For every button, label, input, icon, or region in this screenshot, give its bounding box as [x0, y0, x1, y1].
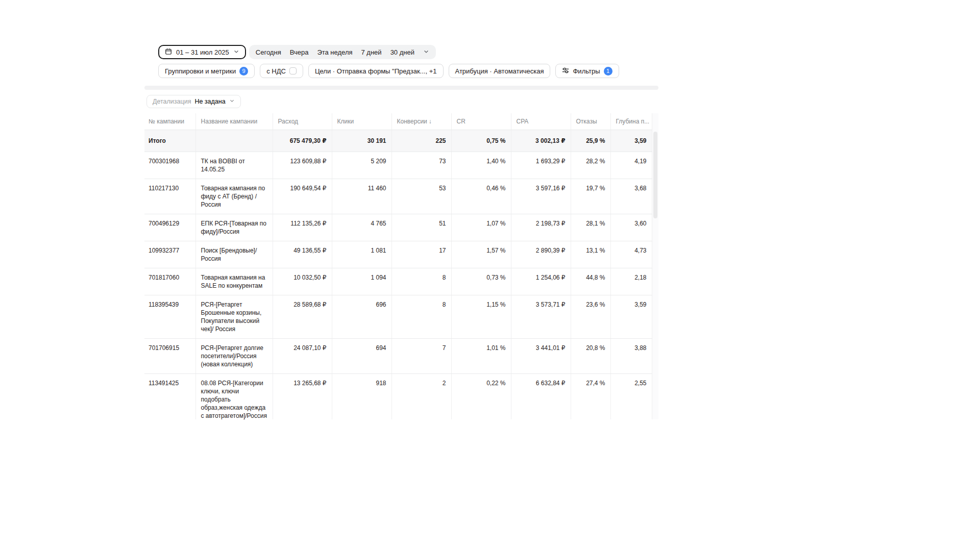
cost-cell: 123 609,88 ₽	[273, 152, 332, 179]
table-row[interactable]: 109932377 Поиск [Брендовые]/ Россия 49 1…	[144, 241, 652, 268]
preset-today[interactable]: Сегодня	[256, 48, 281, 56]
column-header-campaign-id[interactable]: № кампании	[144, 113, 195, 130]
groupings-metrics-chip[interactable]: Группировки и метрики 9	[158, 64, 255, 78]
column-header-clicks[interactable]: Клики	[332, 113, 391, 130]
conversions-cell: 2	[391, 374, 451, 420]
column-header-cr[interactable]: CR	[451, 113, 511, 130]
chevron-down-icon	[233, 48, 239, 56]
campaign-name-cell: Товарная кампания по фиду с АТ (Бренд) /…	[195, 179, 273, 214]
cpa-cell: 1 693,29 ₽	[511, 152, 571, 179]
campaign-id-cell: 118395439	[144, 295, 195, 339]
depth-cell: 3,59	[610, 130, 652, 152]
groupings-metrics-label: Группировки и метрики	[165, 67, 236, 75]
table-row[interactable]: 701817060 Товарная кампания на SALE по к…	[144, 268, 652, 295]
chips-scrollbar[interactable]	[144, 86, 658, 90]
campaign-id-cell: 701817060	[144, 268, 195, 295]
campaign-id-cell: 700301968	[144, 152, 195, 179]
cr-cell: 1,40 %	[451, 152, 511, 179]
conversions-cell: 17	[391, 241, 451, 268]
depth-cell: 4,19	[610, 152, 652, 179]
campaign-id-cell: 110217130	[144, 179, 195, 214]
campaign-name-cell: ТК на BOBBI от 14.05.25	[195, 152, 273, 179]
column-header-conversions[interactable]: Конверсии↓	[391, 113, 451, 130]
date-range-picker[interactable]: 01 – 31 июл 2025	[158, 45, 246, 59]
detalization-label: Детализация	[153, 98, 191, 105]
table-row[interactable]: 700301968 ТК на BOBBI от 14.05.25 123 60…	[144, 152, 652, 179]
detalization-selector[interactable]: Детализация Не задана	[146, 95, 241, 108]
bounce-cell: 44,8 %	[571, 268, 610, 295]
bounce-cell: 28,1 %	[571, 214, 610, 241]
table-total-row[interactable]: Итого 675 479,30 ₽ 30 191 225 0,75 % 3 0…	[144, 130, 652, 152]
campaigns-table-container: № кампании Название кампании Расход Клик…	[144, 113, 658, 419]
campaign-name-cell: Поиск [Брендовые]/ Россия	[195, 241, 273, 268]
preset-this-week[interactable]: Эта неделя	[317, 48, 352, 56]
cr-cell: 1,57 %	[451, 241, 511, 268]
cpa-cell: 3 573,71 ₽	[511, 295, 571, 339]
clicks-cell: 4 765	[332, 214, 391, 241]
campaign-id-cell: 109932377	[144, 241, 195, 268]
depth-cell: 2,55	[610, 374, 652, 420]
table-row[interactable]: 113491425 08.08 РСЯ-[Категории ключи, кл…	[144, 374, 652, 420]
cost-cell: 49 136,55 ₽	[273, 241, 332, 268]
cost-cell: 24 087,10 ₽	[273, 339, 332, 374]
date-toolbar: 01 – 31 июл 2025 Сегодня Вчера Эта недел…	[158, 45, 658, 59]
cost-cell: 28 589,68 ₽	[273, 295, 332, 339]
attribution-chip[interactable]: Атрибуция · Автоматическая	[449, 64, 551, 78]
clicks-cell: 11 460	[332, 179, 391, 214]
attribution-label: Атрибуция · Автоматическая	[455, 67, 544, 75]
clicks-cell: 1 094	[332, 268, 391, 295]
vertical-scrollbar-thumb[interactable]	[653, 132, 657, 218]
vertical-scrollbar[interactable]	[652, 113, 658, 419]
bounce-cell: 25,9 %	[571, 130, 610, 152]
cpa-cell: 3 441,01 ₽	[511, 339, 571, 374]
filters-count-badge: 1	[604, 67, 612, 76]
depth-cell: 3,60	[610, 214, 652, 241]
depth-cell: 3,59	[610, 295, 652, 339]
campaign-name-cell: ЕПК РСЯ-[Товарная по фиду]/Россия	[195, 214, 273, 241]
cr-cell: 1,01 %	[451, 339, 511, 374]
conversions-cell: 53	[391, 179, 451, 214]
preset-7-days[interactable]: 7 дней	[361, 48, 382, 56]
calendar-icon	[165, 48, 172, 57]
column-header-bounce[interactable]: Отказы	[571, 113, 610, 130]
clicks-cell: 918	[332, 374, 391, 420]
filters-chip[interactable]: Фильтры 1	[555, 64, 619, 78]
bounce-cell: 23,6 %	[571, 295, 610, 339]
cpa-cell: 1 254,06 ₽	[511, 268, 571, 295]
cr-cell: 1,07 %	[451, 214, 511, 241]
goals-chip[interactable]: Цели · Отправка формы "Предзак..., +1	[308, 64, 444, 78]
date-range-label: 01 – 31 июл 2025	[176, 48, 229, 56]
table-row[interactable]: 700496129 ЕПК РСЯ-[Товарная по фиду]/Рос…	[144, 214, 652, 241]
presets-more-button[interactable]	[423, 48, 429, 56]
bounce-cell: 19,7 %	[571, 179, 610, 214]
cpa-cell: 2 890,39 ₽	[511, 241, 571, 268]
vat-checkbox[interactable]	[289, 67, 297, 74]
clicks-cell: 696	[332, 295, 391, 339]
preset-yesterday[interactable]: Вчера	[290, 48, 309, 56]
date-presets-group: Сегодня Вчера Эта неделя 7 дней 30 дней	[249, 45, 436, 59]
bounce-cell: 13,1 %	[571, 241, 610, 268]
table-row[interactable]: 701706915 РСЯ-[Ретаргет долгие посетител…	[144, 339, 652, 374]
cpa-cell: 3 002,13 ₽	[511, 130, 571, 152]
chevron-down-icon	[229, 98, 235, 105]
cr-cell: 0,73 %	[451, 268, 511, 295]
clicks-cell: 694	[332, 339, 391, 374]
bounce-cell: 20,8 %	[571, 339, 610, 374]
campaign-name-cell: РСЯ-[Ретаргет долгие посетители]/Россия …	[195, 339, 273, 374]
table-row[interactable]: 118395439 РСЯ-[Ретаргет Брошенные корзин…	[144, 295, 652, 339]
column-header-cpa[interactable]: CPA	[511, 113, 571, 130]
column-header-cost[interactable]: Расход	[273, 113, 332, 130]
bounce-cell: 27,4 %	[571, 374, 610, 420]
campaign-id-cell: 701706915	[144, 339, 195, 374]
table-row[interactable]: 110217130 Товарная кампания по фиду с АТ…	[144, 179, 652, 214]
vat-chip[interactable]: с НДС	[260, 64, 303, 78]
depth-cell: 4,73	[610, 241, 652, 268]
campaign-id-cell: 700496129	[144, 214, 195, 241]
column-header-campaign-name[interactable]: Название кампании	[195, 113, 273, 130]
preset-30-days[interactable]: 30 дней	[390, 48, 414, 56]
campaign-name-cell: Товарная кампания на SALE по конкурентам	[195, 268, 273, 295]
conversions-cell: 7	[391, 339, 451, 374]
campaign-name-cell	[195, 130, 273, 152]
depth-cell: 3,68	[610, 179, 652, 214]
column-header-depth[interactable]: Глубина п...	[610, 113, 652, 130]
